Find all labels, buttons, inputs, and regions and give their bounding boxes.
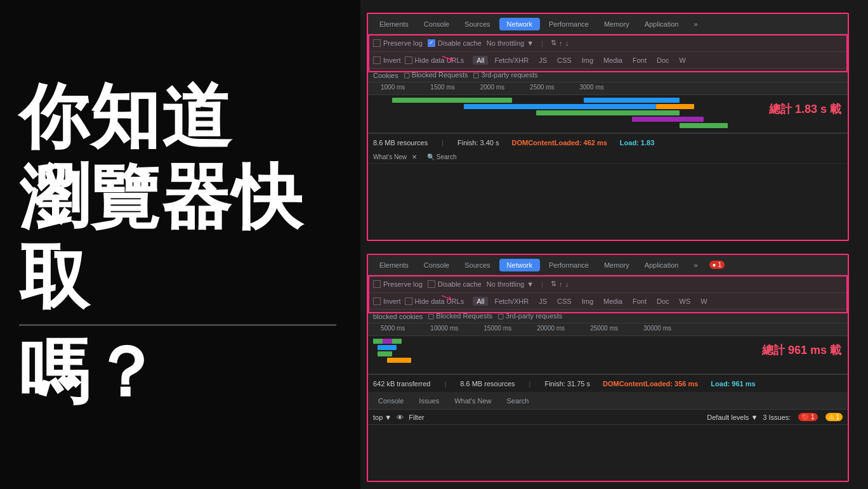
ruler-10000: 10000 ms	[418, 325, 471, 332]
ruler-15000: 15000 ms	[471, 325, 524, 332]
console-tab-search[interactable]: Search	[502, 396, 534, 406]
load-time-top: Load: 1.83	[620, 139, 654, 147]
devtools-panel-bottom: Elements Console Sources Network Perform…	[367, 254, 849, 482]
finish-bottom: Finish: 31.75 s	[544, 380, 590, 388]
ruler-2500: 2500 ms	[517, 84, 567, 91]
ruler-5000: 5000 ms	[368, 325, 418, 332]
tab-application-bottom[interactable]: Application	[638, 259, 685, 271]
network-content-top: What's New ✕ 🔍 Search	[368, 151, 848, 202]
tab-sources-bottom[interactable]: Sources	[458, 259, 496, 271]
tab-performance-bottom[interactable]: Performance	[542, 259, 595, 271]
dom-loaded-top: DOMContentLoaded: 462 ms	[511, 139, 607, 147]
total-time-bottom: 總計 961 ms 載	[762, 342, 841, 358]
timing-bar-top: 8.6 MB resources | Finish: 3.40 s DOMCon…	[368, 133, 848, 151]
net-bar-b4	[383, 339, 392, 344]
error-badge-bottom: ● 1	[709, 261, 725, 269]
chinese-text-line3: 嗎？	[19, 332, 349, 413]
filter-label: Filter	[409, 414, 424, 421]
tab-elements-top[interactable]: Elements	[373, 18, 415, 30]
tab-memory-top[interactable]: Memory	[598, 18, 636, 30]
ruler-20000: 20000 ms	[524, 325, 577, 332]
resources-bottom: 8.6 MB resources	[460, 380, 515, 388]
ruler-1000: 1000 ms	[368, 84, 418, 91]
net-bar-b3	[378, 351, 392, 356]
net-bar-4	[584, 98, 680, 103]
timeline-bars-top: 總計 1.83 s 載	[368, 95, 848, 133]
tab-memory-bottom[interactable]: Memory	[598, 259, 636, 271]
default-levels[interactable]: Default levels ▼	[707, 414, 758, 421]
net-bar-b2	[378, 345, 397, 350]
tab-more-top[interactable]: »	[687, 18, 704, 30]
ruler-1500: 1500 ms	[418, 84, 467, 91]
tab-more-bottom[interactable]: »	[687, 259, 704, 271]
net-bar-1	[392, 98, 512, 103]
issues-error-badge: 🔴 1	[798, 413, 817, 421]
net-row-1: What's New ✕ 🔍 Search	[368, 151, 848, 164]
net-bar-2	[464, 104, 655, 109]
left-panel: 你知道 瀏覽器快取 嗎？	[0, 0, 368, 489]
requests-bottom: 642 kB transferred	[373, 380, 431, 388]
tab-network-top[interactable]: Network	[499, 18, 540, 30]
tab-application-top[interactable]: Application	[638, 18, 685, 30]
console-tab-issues[interactable]: Issues	[414, 396, 444, 406]
devtools-panel-top: Elements Console Sources Network Perform…	[367, 13, 849, 241]
load-time-bottom: Load: 961 ms	[711, 380, 755, 388]
tab-network-bottom[interactable]: Network	[499, 259, 540, 271]
eye-icon: 👁	[397, 414, 404, 421]
timeline-area-top: 1000 ms 1500 ms 2000 ms 2500 ms 3000 ms …	[368, 82, 848, 133]
tab-console-top[interactable]: Console	[418, 18, 456, 30]
devtools-tabs-bottom: Elements Console Sources Network Perform…	[368, 255, 848, 275]
net-bar-5	[632, 117, 704, 122]
tab-elements-bottom[interactable]: Elements	[373, 259, 415, 271]
console-tab-whats-new[interactable]: What's New	[449, 396, 496, 406]
ruler-25000: 25000 ms	[577, 325, 631, 332]
net-bar-7	[680, 123, 728, 128]
console-tab-console[interactable]: Console	[373, 396, 409, 406]
timeline-bars-bottom: 總計 961 ms 載	[368, 336, 848, 374]
ruler-30000: 30000 ms	[631, 325, 684, 332]
cookies-label: Cookies	[373, 72, 398, 79]
resources-top: 8.6 MB resources	[373, 139, 428, 147]
timeline-ruler-top: 1000 ms 1500 ms 2000 ms 2500 ms 3000 ms	[368, 82, 848, 95]
right-panel: Elements Console Sources Network Perform…	[360, 0, 868, 489]
timing-bar-bottom: 642 kB transferred | 8.6 MB resources | …	[368, 374, 848, 392]
issues-warn-badge: ⚠ 1	[825, 413, 843, 421]
console-tabs-bottom: Console Issues What's New Search	[368, 392, 848, 410]
chinese-text-line2: 瀏覽器快取	[19, 157, 349, 318]
net-bar-b5	[387, 358, 411, 363]
tab-sources-top[interactable]: Sources	[458, 18, 496, 30]
chinese-text-line1: 你知道	[19, 77, 349, 157]
dom-loaded-bottom: DOMContentLoaded: 356 ms	[603, 380, 698, 388]
issues-label: 3 Issues:	[763, 414, 791, 421]
ruler-3000: 3000 ms	[567, 84, 616, 91]
finish-top: Finish: 3.40 s	[457, 139, 499, 147]
blocked-cookies-label: blocked cookies	[373, 313, 423, 320]
top-label: top ▼	[373, 414, 391, 421]
filter-row-bottom: top ▼ 👁 Filter Default levels ▼ 3 Issues…	[368, 410, 848, 425]
timeline-area-bottom: 5000 ms 10000 ms 15000 ms 20000 ms 25000…	[368, 323, 848, 374]
divider	[19, 324, 336, 326]
tab-console-bottom[interactable]: Console	[418, 259, 456, 271]
tab-performance-top[interactable]: Performance	[542, 18, 595, 30]
timeline-ruler-bottom: 5000 ms 10000 ms 15000 ms 20000 ms 25000…	[368, 323, 848, 336]
ruler-2000: 2000 ms	[468, 84, 517, 91]
net-bar-3	[536, 110, 680, 115]
net-bar-6	[656, 104, 694, 109]
total-time-top: 總計 1.83 s 載	[769, 101, 841, 117]
separator-top-1: |	[442, 139, 444, 147]
devtools-tabs-top: Elements Console Sources Network Perform…	[368, 14, 848, 34]
